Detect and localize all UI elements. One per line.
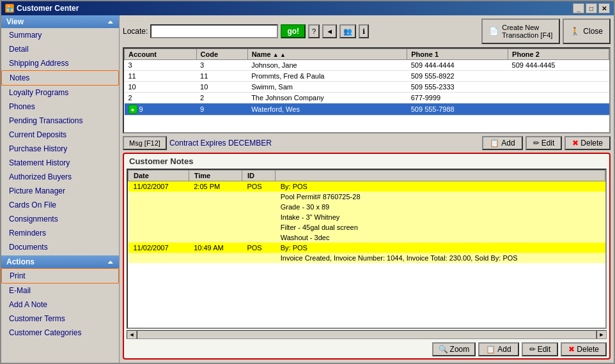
sidebar-item-summary[interactable]: Summary <box>1 28 119 42</box>
sidebar-item-reminders[interactable]: Reminders <box>1 226 119 240</box>
view-label: View <box>6 17 24 26</box>
window-close-button[interactable]: ✕ <box>598 3 610 13</box>
contract-label: Contract Expires DECEMBER <box>169 139 479 148</box>
minimize-button[interactable]: _ <box>573 3 584 13</box>
maximize-button[interactable]: □ <box>586 3 597 13</box>
sidebar-item-consignments[interactable]: Consignments <box>1 212 119 226</box>
sidebar-item-notes[interactable]: Notes <box>1 70 119 86</box>
notes-delete-button[interactable]: ✖ Delete <box>561 342 607 356</box>
delete-icon: ✖ <box>572 139 579 148</box>
notes-edit-button[interactable]: ✏ Edit <box>522 342 559 356</box>
customer-table-area: Account Code Name ▲ Phone 1 Phone 2 3 3 … <box>123 47 611 133</box>
sidebar-item-shipping[interactable]: Shipping Address <box>1 56 119 70</box>
sidebar-item-phones[interactable]: Phones <box>1 100 119 114</box>
table-row[interactable]: 3 3 Johnson, Jane 509 444-4444 509 444-4… <box>125 60 609 71</box>
notes-add-icon: 📋 <box>486 345 495 354</box>
locate-input[interactable] <box>150 24 278 38</box>
cell-name: Swimm, Sam <box>247 82 407 93</box>
cell-name: Prommts, Fred & Paula <box>247 71 407 82</box>
app-icon: 🏪 <box>5 4 14 13</box>
help-button[interactable]: ? <box>308 24 320 38</box>
cell-name: Johnson, Jane <box>247 60 407 71</box>
sidebar-item-print[interactable]: Print <box>1 268 119 284</box>
notes-col-time[interactable]: Time <box>189 171 242 181</box>
notes-title: Customer Notes <box>124 154 609 169</box>
sidebar-item-detail[interactable]: Detail <box>1 42 119 56</box>
table-row[interactable]: ● 9 9 Waterford, Wes 509 555-7988 <box>125 103 609 116</box>
col-code[interactable]: Code <box>196 49 247 60</box>
col-name[interactable]: Name ▲ <box>247 49 407 60</box>
sidebar-item-picture[interactable]: Picture Manager <box>1 184 119 198</box>
note-detail-empty3 <box>242 192 275 202</box>
table-delete-button[interactable]: ✖ Delete <box>564 136 611 150</box>
col-account[interactable]: Account <box>125 49 197 60</box>
note-by: By: POS <box>276 181 605 192</box>
sidebar-item-pending[interactable]: Pending Transactions <box>1 114 119 128</box>
zoom-button[interactable]: 🔍 Zoom <box>432 342 476 356</box>
row-icon: ● <box>128 105 137 114</box>
content-area: View ⏶ Summary Detail Shipping Address N… <box>1 15 614 363</box>
note-detail-empty3 <box>242 253 275 263</box>
note-detail-empty3 <box>242 212 275 222</box>
note-id: POS <box>242 181 275 192</box>
close-button[interactable]: 🚶 Close <box>563 19 611 44</box>
notes-scroll-right[interactable]: ► <box>596 330 607 339</box>
notes-table-area[interactable]: Date Time ID 11/02/2007 2:05 PM POS By: … <box>127 169 607 329</box>
sidebar-item-categories[interactable]: Customer Categories <box>1 326 119 340</box>
info-button[interactable]: ℹ <box>359 24 369 38</box>
sidebar-item-documents[interactable]: Documents <box>1 240 119 254</box>
table-row[interactable]: 10 10 Swimm, Sam 509 555-2333 <box>125 82 609 93</box>
col-phone1[interactable]: Phone 1 <box>407 49 508 60</box>
note-detail-row: Filter - 45gal dual screen <box>128 222 605 232</box>
people-button[interactable]: 👥 <box>339 24 356 38</box>
sidebar-item-addnote[interactable]: Add A Note <box>1 298 119 312</box>
note-detail-empty1 <box>128 232 189 243</box>
view-chevron: ⏶ <box>107 19 114 26</box>
cell-code: 10 <box>196 82 247 93</box>
actions-label: Actions <box>6 257 35 266</box>
note-header-row[interactable]: 11/02/2007 2:05 PM POS By: POS <box>128 181 605 192</box>
notes-table: Date Time ID 11/02/2007 2:05 PM POS By: … <box>128 170 605 263</box>
note-date: 11/02/2007 <box>128 181 189 192</box>
sidebar-item-email[interactable]: E-Mail <box>1 284 119 298</box>
cell-phone1: 509 555-8922 <box>407 71 508 82</box>
sidebar-item-loyalty[interactable]: Loyalty Programs <box>1 86 119 100</box>
note-detail-empty3 <box>242 202 275 212</box>
cell-phone2: 509 444-4445 <box>508 60 609 71</box>
note-detail-empty2 <box>189 202 242 212</box>
note-detail-empty2 <box>189 192 242 202</box>
sidebar-item-buyers[interactable]: Authorized Buyers <box>1 170 119 184</box>
msg-button[interactable]: Msg [F12] <box>123 136 167 150</box>
notes-hscrollbar[interactable] <box>137 330 596 339</box>
table-add-button[interactable]: 📋 Add <box>482 136 522 150</box>
table-row[interactable]: 11 11 Prommts, Fred & Paula 509 555-8922 <box>125 71 609 82</box>
notes-col-id[interactable]: ID <box>242 171 275 181</box>
table-row[interactable]: 2 2 The Johnson Company 677-9999 <box>125 93 609 103</box>
create-new-label: Create New Transaction [F4] <box>502 24 552 39</box>
table-edit-button[interactable]: ✏ Edit <box>525 136 563 150</box>
sidebar-item-deposits[interactable]: Current Deposits <box>1 128 119 142</box>
cell-phone2 <box>508 71 609 82</box>
view-section-header[interactable]: View ⏶ <box>1 15 119 28</box>
go-button[interactable]: go! <box>281 24 306 38</box>
create-new-icon: 📄 <box>489 27 499 36</box>
sidebar-item-cards[interactable]: Cards On File <box>1 198 119 212</box>
notes-add-button[interactable]: 📋 Add <box>478 342 518 356</box>
actions-section: Actions ⏶ Print E-Mail Add A Note Custom… <box>1 255 119 340</box>
notes-scroll-left[interactable]: ◄ <box>127 330 137 339</box>
cell-phone2 <box>508 103 609 116</box>
notes-col-date[interactable]: Date <box>128 171 189 181</box>
view-section: View ⏶ Summary Detail Shipping Address N… <box>1 15 119 254</box>
sidebar-item-terms[interactable]: Customer Terms <box>1 312 119 326</box>
create-new-button[interactable]: 📄 Create New Transaction [F4] <box>481 19 560 44</box>
note-detail-empty1 <box>128 192 189 202</box>
sidebar-item-statement[interactable]: Statement History <box>1 156 119 170</box>
notes-col-detail <box>276 171 605 181</box>
sidebar-item-purchase[interactable]: Purchase History <box>1 142 119 156</box>
main-area: Locate: go! ? ◄ 👥 ℹ 📄 Create New Transac… <box>120 15 614 363</box>
back-button[interactable]: ◄ <box>322 24 337 38</box>
note-header-row[interactable]: 11/02/2007 10:49 AM POS By: POS <box>128 243 605 253</box>
col-phone2[interactable]: Phone 2 <box>508 49 609 60</box>
cell-phone2 <box>508 93 609 103</box>
actions-section-header[interactable]: Actions ⏶ <box>1 255 119 268</box>
